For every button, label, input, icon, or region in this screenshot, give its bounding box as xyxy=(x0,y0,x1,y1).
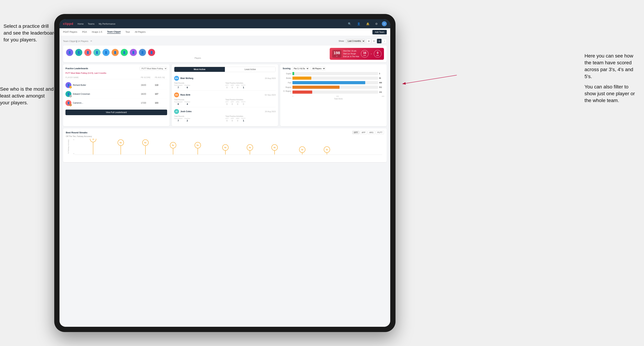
streaks-tab-ott[interactable]: OTT xyxy=(352,131,359,134)
player-avatar-9[interactable]: 👤 xyxy=(138,49,146,56)
most-active-tab[interactable]: Most Active xyxy=(174,67,225,72)
activity-name-2: Rees Britt xyxy=(180,94,190,96)
sub-nav-hcaps[interactable]: Hcaps 1-5 xyxy=(92,30,102,33)
lb-name-1: Richard Butler xyxy=(73,84,86,86)
streaks-tabs: OTT APP ARG PUTT xyxy=(352,131,384,134)
player-avatar-7[interactable]: 👤 xyxy=(120,49,128,56)
search-icon[interactable]: 🔍 xyxy=(348,22,352,25)
shot-number: 198 xyxy=(334,51,340,55)
least-active-tab[interactable]: Least Active xyxy=(225,67,276,72)
player-avatar-5[interactable]: 👤 xyxy=(102,49,110,56)
leaderboard-row-2: 👤 2 Edward Crossman 18/20 107 xyxy=(66,90,167,99)
bar-pars: Pars 499 xyxy=(282,81,384,84)
annotation-right: Here you can see how the team have score… xyxy=(584,52,640,104)
nav-teams[interactable]: Teams xyxy=(88,22,94,25)
player-avatar-2[interactable]: 👤 xyxy=(75,49,82,56)
panels-grid: Practice Leaderboards PUTT Must Make Put… xyxy=(63,64,387,126)
rounds-tournament-1: 7 xyxy=(174,86,182,89)
drill-dropdown[interactable]: PUTT Must Make Putting Driving Range Sho… xyxy=(140,67,167,70)
streak-point-4x-2: 4x xyxy=(247,144,253,155)
tablet-device: clippd Home Teams My Performance 🔍 👤 🔔 ⚙… xyxy=(54,14,396,332)
sub-nav-pgat[interactable]: PGAT Players xyxy=(63,30,77,33)
grid-view-icon[interactable]: ⊞ xyxy=(366,39,371,43)
players-icon[interactable]: 👤 xyxy=(357,22,360,25)
activity-date-2: 02 Sep 2023 xyxy=(265,94,276,96)
streak-points-container: 7x 6x 6x 5x xyxy=(74,139,382,155)
players-label: Players xyxy=(66,57,330,59)
streak-point-4x-3: 4x xyxy=(272,144,278,155)
leaderboard-row-1: 👤 1 Richard Butler 19/20 110 xyxy=(66,81,167,90)
lb-avg-3: 103 xyxy=(155,102,167,104)
scoring-panel: Scoring Par 3, 4 & 5s Par 3s only Par 4s… xyxy=(280,64,387,126)
streaks-title: Best Round Streaks xyxy=(66,131,88,134)
lb-avg-2: 107 xyxy=(155,93,167,95)
streaks-tab-putt[interactable]: PUTT xyxy=(376,131,384,134)
rounds-practice-3: 2 xyxy=(184,119,190,122)
practice-leaderboards-panel: Practice Leaderboards PUTT Must Make Put… xyxy=(63,64,170,126)
lb-score-1: 19/20 xyxy=(141,84,155,86)
player-avatar-3[interactable]: 👤 xyxy=(84,49,92,56)
rounds-tournament-3: 7 xyxy=(174,119,182,122)
scoring-panel-header: Scoring Par 3, 4 & 5s Par 3s only Par 4s… xyxy=(282,67,384,70)
sub-nav-team-clippd[interactable]: Team Clippd xyxy=(107,30,120,34)
rounds-practice-2: 4 xyxy=(184,103,190,105)
nav-my-performance[interactable]: My Performance xyxy=(99,22,115,25)
rank-badge-bronze: 3 xyxy=(69,104,72,106)
sub-nav-all-players[interactable]: All Players xyxy=(135,30,146,33)
user-avatar[interactable]: U xyxy=(382,21,387,26)
scoring-player-filter[interactable]: All Players xyxy=(310,67,326,70)
team-header: Team Clippd | 14 Players ✏ Show: Last 3 … xyxy=(63,39,387,43)
show-filter-select[interactable]: Last 3 months Last 6 months Last year xyxy=(346,39,365,43)
player-avatar-6[interactable]: 👤 xyxy=(111,49,119,56)
card-view-icon[interactable]: ⊟ xyxy=(377,39,382,43)
bar-dbogeys: D. Bogeys + 131 xyxy=(282,90,384,94)
activity-avatar-1: BM xyxy=(174,76,179,81)
annotation-bottom-left: See who is the most and least active amo… xyxy=(0,86,54,106)
show-filter: Show: Last 3 months Last 6 months Last y… xyxy=(338,39,387,43)
player-avatar-10[interactable]: 👤 xyxy=(148,49,156,56)
player-avatar-1[interactable]: 👤 xyxy=(66,49,74,56)
sub-nav-tour[interactable]: Tour xyxy=(126,30,130,33)
settings-icon[interactable]: ⚙ xyxy=(375,22,378,25)
bar-bogeys: Bogeys 311 xyxy=(282,86,384,89)
chart-axis: 0 200 400 xyxy=(292,95,384,97)
sub-nav-pga[interactable]: PGA xyxy=(82,30,87,33)
sort-icon[interactable]: ↕ xyxy=(382,39,387,43)
streaks-tab-app[interactable]: APP xyxy=(360,131,367,134)
nav-home[interactable]: Home xyxy=(78,22,84,25)
shot-label: sc xyxy=(334,55,340,57)
view-icons: ⊞ ☰ ⊟ ↕ xyxy=(366,39,387,43)
activity-avatar-2: RB xyxy=(174,92,179,97)
scoring-par-filter[interactable]: Par 3, 4 & 5s Par 3s only Par 4s only Pa… xyxy=(292,67,309,70)
streak-point-3x-1: 3x xyxy=(299,147,306,155)
logo: clippd xyxy=(63,22,73,26)
edit-icon[interactable]: ✏ xyxy=(90,40,92,42)
leaderboard-row-3: 👤 3 Cameron... 17/20 103 xyxy=(66,99,167,107)
leaderboard-table-header: PLAYER NAME PB SCORE PB AVG SQ xyxy=(66,76,167,79)
tablet-screen: clippd Home Teams My Performance 🔍 👤 🔔 ⚙… xyxy=(60,19,390,327)
activity-date-1: 26 Aug 2023 xyxy=(265,77,276,79)
activity-player-2: RB Rees Britt 02 Sep 2023 Total Rounds T… xyxy=(174,91,276,107)
streak-point-3x-2: 3x xyxy=(324,147,330,155)
streak-point-7x-1: 7x xyxy=(90,139,96,155)
leaderboard-subtitle: PUTT Must Make Putting (3-6 ft), Last 3 … xyxy=(66,72,167,74)
team-title: Team Clippd | 14 Players xyxy=(63,40,88,42)
activity-name-1: Blair McHarg xyxy=(180,77,194,79)
lb-avatar-1: 👤 1 xyxy=(66,82,72,88)
yds-display: 16 yds → 0 yds xyxy=(361,50,382,58)
bar-birdies: Birdies 96 xyxy=(282,77,384,80)
rank-badge-silver: 2 xyxy=(69,95,72,97)
list-view-icon[interactable]: ☰ xyxy=(372,39,376,43)
streaks-tab-arg[interactable]: ARG xyxy=(368,131,375,134)
view-full-leaderboard-button[interactable]: View Full Leaderboard xyxy=(66,110,167,115)
activity-panel: Most Active Least Active BM Blair McHarg… xyxy=(172,64,278,126)
top-navigation: clippd Home Teams My Performance 🔍 👤 🔔 ⚙… xyxy=(60,19,390,28)
rounds-practice-1: 6 xyxy=(184,86,190,89)
streaks-subtitle: Off The Tee, Fairway Accuracy xyxy=(66,135,384,137)
notification-icon[interactable]: 🔔 xyxy=(366,22,370,25)
sub-navigation: PGAT Players PGA Hcaps 1-5 Team Clippd T… xyxy=(60,28,390,36)
player-avatar-8[interactable]: 👤 xyxy=(130,49,137,56)
player-avatar-4[interactable]: 👤 xyxy=(93,49,101,56)
add-team-button[interactable]: Add Team xyxy=(372,30,387,34)
rounds-tournament-2: 8 xyxy=(174,103,182,105)
